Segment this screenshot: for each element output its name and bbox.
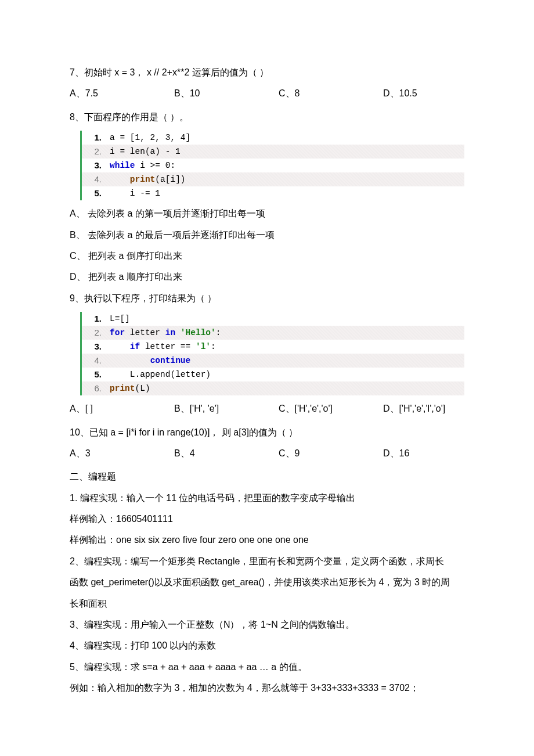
q8-code-block: 1. a = [1, 2, 3, 4] 2. i = len(a) - 1 3.…	[80, 131, 464, 200]
q9-option-d: D、['H','e','l','o']	[383, 400, 470, 417]
question-8-text: 8、下面程序的作用是（ ）。	[70, 109, 464, 126]
code-text: i -= 1	[130, 189, 160, 198]
programming-q5: 5、编程实现：求 s=a + aa + aaa + aaaa + aa … a …	[70, 658, 464, 676]
programming-q3: 3、编程实现：用户输入一个正整数（N），将 1~N 之间的偶数输出。	[70, 616, 464, 633]
q9-code-block: 1. L=[] 2. for letter in 'Hello': 3. if …	[80, 312, 464, 395]
code-function: print	[110, 384, 135, 393]
q10-option-b: B、4	[174, 445, 279, 462]
code-line: 1. L=[]	[82, 312, 464, 326]
question-9-text: 9、执行以下程序，打印结果为（ ）	[70, 290, 464, 307]
code-text: :	[216, 328, 221, 337]
code-text	[175, 328, 181, 337]
q7-option-c: C、8	[279, 85, 383, 102]
programming-q4: 4、编程实现：打印 100 以内的素数	[70, 637, 464, 654]
code-line: 5. i -= 1	[82, 186, 464, 200]
programming-q2-line1: 2、编程实现：编写一个矩形类 Rectangle，里面有长和宽两个变量，定义两个…	[70, 553, 464, 570]
code-keyword: continue	[150, 356, 191, 365]
q7-option-d: D、10.5	[383, 85, 470, 102]
document-page: 7、初始时 x = 3， x // 2+x**2 运算后的值为（ ） A、7.5…	[0, 0, 534, 756]
q8-option-b: B、 去除列表 a 的最后一项后并逐渐打印出每一项	[70, 226, 464, 244]
q10-option-c: C、9	[279, 445, 383, 462]
question-7-text: 7、初始时 x = 3， x // 2+x**2 运算后的值为（ ）	[70, 64, 464, 81]
programming-q1: 1. 编程实现：输入一个 11 位的电话号码，把里面的数字变成字母输出	[70, 489, 464, 507]
q8-option-d: D、 把列表 a 顺序打印出来	[70, 268, 464, 286]
code-line: 3. if letter == 'l':	[82, 340, 464, 354]
question-10-text: 10、已知 a = [i*i for i in range(10)]， 则 a[…	[70, 424, 464, 441]
programming-q2-line3: 长和面积	[70, 595, 464, 613]
code-text: (a[i])	[155, 175, 185, 184]
programming-q5-example: 例如：输入相加的数字为 3，相加的次数为 4，那么就等于 3+33+333+33…	[70, 679, 464, 697]
code-line: 2. for letter in 'Hello':	[82, 326, 464, 340]
code-line: 3. while i >= 0:	[82, 159, 464, 172]
q7-option-b: B、10	[174, 85, 279, 102]
q10-option-d: D、16	[383, 445, 470, 462]
code-keyword: while	[110, 161, 135, 170]
code-text: letter ==	[140, 342, 196, 351]
code-text: L=[]	[110, 314, 130, 323]
q7-option-a: A、7.5	[70, 85, 174, 102]
code-keyword: for	[110, 328, 125, 337]
programming-q2-line2: 函数 get_perimeter()以及求面积函数 get_area()，并使用…	[70, 574, 464, 591]
code-text: L.append(letter)	[130, 370, 211, 379]
code-line: 2. i = len(a) - 1	[82, 145, 464, 159]
question-7-options: A、7.5 B、10 C、8 D、10.5	[70, 85, 464, 102]
code-line: 4. print(a[i])	[82, 172, 464, 186]
code-line: 5. L.append(letter)	[82, 368, 464, 381]
question-10-options: A、3 B、4 C、9 D、16	[70, 445, 464, 462]
code-text: (L)	[135, 384, 150, 393]
code-line: 4. continue	[82, 354, 464, 368]
code-string: 'l'	[196, 342, 211, 351]
section-2-title: 二、编程题	[70, 468, 464, 485]
q9-option-a: A、[ ]	[70, 400, 174, 417]
code-text: i >= 0:	[135, 161, 176, 170]
code-text: :	[211, 342, 216, 351]
question-9-options: A、[ ] B、['H', 'e'] C、['H','e','o'] D、['H…	[70, 400, 464, 417]
programming-q1-sample-output: 样例输出：one six six zero five four zero one…	[70, 531, 464, 549]
code-keyword: if	[130, 342, 140, 351]
code-string: 'Hello'	[181, 328, 216, 337]
q8-option-a: A、 去除列表 a 的第一项后并逐渐打印出每一项	[70, 205, 464, 222]
q8-option-c: C、 把列表 a 倒序打印出来	[70, 247, 464, 265]
code-text: a = [1, 2, 3, 4]	[110, 133, 190, 142]
code-function: print	[130, 175, 156, 184]
q10-option-a: A、3	[70, 445, 174, 462]
q9-option-c: C、['H','e','o']	[279, 400, 383, 417]
code-text: letter	[125, 328, 165, 337]
programming-q1-sample-input: 样例输入：16605401111	[70, 510, 464, 528]
code-keyword: in	[165, 328, 175, 337]
q9-option-b: B、['H', 'e']	[174, 400, 279, 417]
code-line: 6. print(L)	[82, 381, 464, 395]
code-line: 1. a = [1, 2, 3, 4]	[82, 131, 464, 145]
code-text: i = len(a) - 1	[110, 147, 181, 156]
